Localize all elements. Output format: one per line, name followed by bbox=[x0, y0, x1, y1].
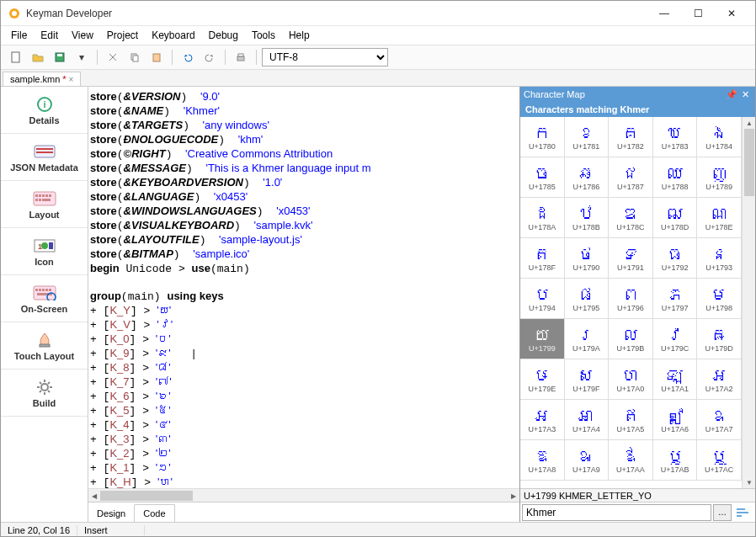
character-cell[interactable]: ញU+1789 bbox=[697, 157, 742, 198]
character-cell[interactable]: ភU+1797 bbox=[653, 279, 698, 319]
panel-close-icon[interactable]: ✕ bbox=[738, 89, 752, 100]
character-cell[interactable]: ថU+1790 bbox=[565, 238, 610, 279]
character-codepoint: U+179C bbox=[661, 344, 689, 353]
sidebar-json-metadata[interactable]: JSON Metadata bbox=[1, 134, 88, 181]
character-cell[interactable]: លU+179B bbox=[609, 319, 653, 359]
character-cell[interactable]: ឫU+17AB bbox=[653, 440, 698, 481]
character-cell[interactable]: កU+1780 bbox=[520, 117, 565, 157]
code-tab[interactable]: Code bbox=[135, 504, 174, 522]
scroll-thumb[interactable] bbox=[744, 129, 754, 196]
menu-project[interactable]: Project bbox=[100, 28, 145, 43]
character-cell[interactable]: ឡU+17A1 bbox=[653, 359, 698, 400]
character-cell[interactable]: ងU+1784 bbox=[697, 117, 742, 157]
sidebar-build[interactable]: Build bbox=[1, 370, 88, 417]
sidebar-details[interactable]: iDetails bbox=[1, 87, 88, 134]
character-glyph: ត bbox=[534, 245, 551, 263]
redo-button[interactable] bbox=[200, 48, 220, 66]
maximize-button[interactable]: ☐ bbox=[681, 2, 715, 25]
character-cell[interactable]: គU+1782 bbox=[609, 117, 653, 157]
character-cell[interactable]: ណU+178E bbox=[697, 198, 742, 238]
menu-file[interactable]: File bbox=[4, 28, 34, 43]
character-cell[interactable]: ឆU+1786 bbox=[565, 157, 610, 198]
file-tab[interactable]: sample.kmn* × bbox=[3, 72, 81, 86]
character-view-options-icon[interactable] bbox=[733, 504, 753, 521]
character-cell[interactable]: ចU+1785 bbox=[520, 157, 565, 198]
encoding-select[interactable]: UTF-8 bbox=[262, 48, 388, 66]
close-button[interactable]: ✕ bbox=[715, 2, 748, 25]
character-search-browse-button[interactable]: … bbox=[713, 504, 732, 521]
sidebar-on-screen[interactable]: On-Screen bbox=[1, 275, 88, 322]
character-cell[interactable]: តU+178F bbox=[520, 238, 565, 279]
character-cell[interactable]: ផU+1795 bbox=[565, 279, 610, 319]
character-cell[interactable]: យU+1799 bbox=[520, 319, 565, 359]
character-cell[interactable]: ឧU+17A7 bbox=[697, 400, 742, 440]
menu-keyboard[interactable]: Keyboard bbox=[145, 28, 201, 43]
copy-button[interactable] bbox=[125, 48, 145, 66]
pin-icon[interactable]: 📌 bbox=[725, 89, 738, 100]
character-cell[interactable]: ឈU+1788 bbox=[653, 157, 698, 198]
character-cell[interactable]: បU+1794 bbox=[520, 279, 565, 319]
minimize-button[interactable]: — bbox=[647, 2, 681, 25]
character-codepoint: U+179A bbox=[572, 344, 600, 353]
character-cell[interactable]: ឪU+17AA bbox=[609, 440, 653, 481]
character-cell[interactable]: នU+1793 bbox=[697, 238, 742, 279]
toolbar-separator bbox=[256, 50, 257, 65]
character-glyph: ផ bbox=[578, 285, 594, 304]
character-cell[interactable]: ទU+1791 bbox=[609, 238, 653, 279]
sidebar-touch-layout[interactable]: Touch Layout bbox=[1, 322, 88, 370]
undo-button[interactable] bbox=[178, 48, 198, 66]
character-cell[interactable]: ឋU+178B bbox=[565, 198, 610, 238]
character-cell[interactable]: ឝU+179D bbox=[697, 319, 742, 359]
character-grid-scrollbar[interactable]: ▲ ▼ bbox=[742, 117, 755, 488]
character-cell[interactable]: ឤU+17A4 bbox=[565, 400, 610, 440]
character-cell[interactable]: ឨU+17A8 bbox=[520, 440, 565, 481]
character-cell[interactable]: ហU+17A0 bbox=[609, 359, 653, 400]
save-button[interactable] bbox=[50, 48, 70, 66]
scroll-left-icon[interactable]: ◀ bbox=[88, 489, 100, 502]
character-cell[interactable]: ដU+178A bbox=[520, 198, 565, 238]
new-file-button[interactable] bbox=[6, 48, 26, 66]
file-tab-close-icon[interactable]: × bbox=[69, 75, 74, 84]
menu-debug[interactable]: Debug bbox=[202, 28, 245, 43]
character-cell[interactable]: ឃU+1783 bbox=[653, 117, 698, 157]
character-cell[interactable]: ឬU+17AC bbox=[697, 440, 742, 481]
character-cell[interactable]: មU+1798 bbox=[697, 279, 742, 319]
menu-tools[interactable]: Tools bbox=[245, 28, 282, 43]
menu-help[interactable]: Help bbox=[282, 28, 317, 43]
character-cell[interactable]: ឥU+17A5 bbox=[609, 400, 653, 440]
cut-button[interactable] bbox=[103, 48, 123, 66]
print-button[interactable] bbox=[231, 48, 251, 66]
sidebar-layout[interactable]: Layout bbox=[1, 181, 88, 228]
character-cell[interactable]: ពU+1796 bbox=[609, 279, 653, 319]
scroll-up-icon[interactable]: ▲ bbox=[743, 117, 755, 129]
character-cell[interactable]: ធU+1792 bbox=[653, 238, 698, 279]
paste-button[interactable] bbox=[146, 48, 167, 66]
code-editor[interactable]: store(&VERSION) '9.0' store(&NAME) 'Khme… bbox=[88, 87, 519, 488]
character-cell[interactable]: ឍU+178D bbox=[653, 198, 698, 238]
scroll-right-icon[interactable]: ▶ bbox=[508, 489, 519, 502]
character-search-input[interactable] bbox=[522, 504, 711, 521]
scroll-thumb[interactable] bbox=[100, 491, 193, 501]
character-cell[interactable]: រU+179A bbox=[565, 319, 610, 359]
design-tab[interactable]: Design bbox=[88, 504, 135, 522]
scroll-down-icon[interactable]: ▼ bbox=[743, 476, 755, 488]
character-cell[interactable]: ឞU+179E bbox=[520, 359, 565, 400]
character-cell[interactable]: វU+179C bbox=[653, 319, 698, 359]
character-cell[interactable]: ឦU+17A6 bbox=[653, 400, 698, 440]
character-cell[interactable]: អU+17A2 bbox=[697, 359, 742, 400]
character-cell[interactable]: ឌU+178C bbox=[609, 198, 653, 238]
sidebar-icon[interactable]: 1Icon bbox=[1, 228, 88, 275]
save-dropdown-button[interactable]: ▾ bbox=[72, 48, 92, 66]
character-cell[interactable]: ឣU+17A3 bbox=[520, 400, 565, 440]
selected-character-info: U+1799 KHMER_LETTER_YO bbox=[520, 488, 755, 502]
editor-horizontal-scrollbar[interactable]: ◀ ▶ bbox=[88, 488, 519, 502]
menu-edit[interactable]: Edit bbox=[34, 28, 65, 43]
character-cell[interactable]: សU+179F bbox=[565, 359, 610, 400]
character-cell[interactable]: ខU+1781 bbox=[565, 117, 610, 157]
sidebar-item-label: Icon bbox=[35, 257, 54, 267]
svg-rect-13 bbox=[36, 148, 53, 150]
menu-view[interactable]: View bbox=[65, 28, 100, 43]
character-cell[interactable]: ជU+1787 bbox=[609, 157, 653, 198]
open-file-button[interactable] bbox=[28, 48, 48, 66]
character-cell[interactable]: ឩU+17A9 bbox=[565, 440, 610, 481]
